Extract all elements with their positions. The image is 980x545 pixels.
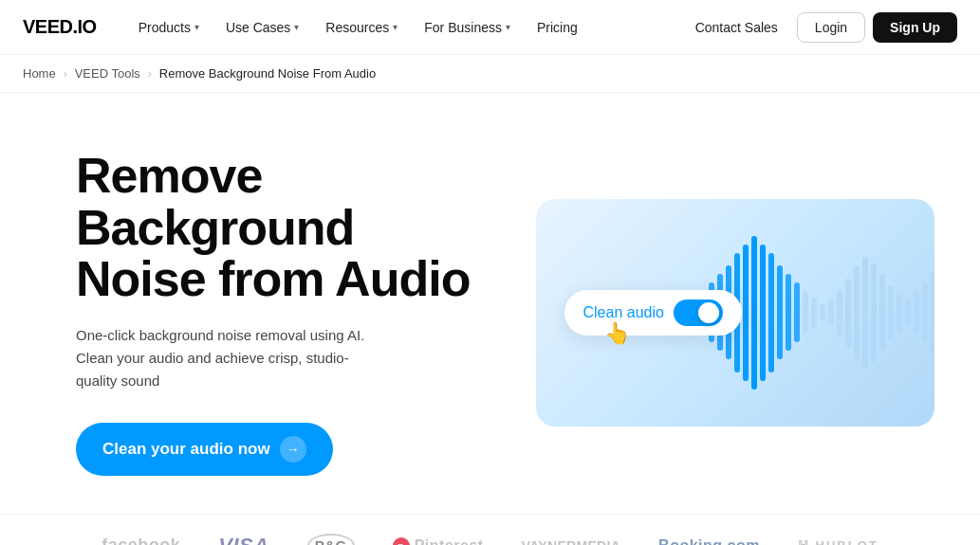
cta-button[interactable]: Clean your audio now → xyxy=(76,423,333,476)
wave-bar xyxy=(879,274,885,351)
toggle-switch[interactable] xyxy=(674,300,723,326)
chevron-down-icon: ▾ xyxy=(506,22,510,32)
wave-bar xyxy=(837,289,842,336)
wave-bar xyxy=(871,263,877,362)
nav-actions: Contact Sales Login Sign Up xyxy=(684,12,957,43)
signup-button[interactable]: Sign Up xyxy=(873,12,957,43)
wave-bar xyxy=(811,298,817,328)
chevron-down-icon: ▾ xyxy=(294,22,299,32)
brand-visa: VISA xyxy=(218,534,268,545)
brand-vayner: VAYNERMEDIA xyxy=(522,538,620,545)
brand-pg: P&G xyxy=(307,534,355,545)
chevron-down-icon: ▾ xyxy=(194,22,199,32)
wave-bar xyxy=(743,245,749,381)
nav-use-cases[interactable]: Use Cases ▾ xyxy=(214,14,310,41)
wave-bar xyxy=(828,300,834,325)
hero-description: One-click background noise removal using… xyxy=(76,324,379,392)
clean-audio-label: Clean audio xyxy=(583,304,664,321)
breadcrumb-tools[interactable]: VEED Tools xyxy=(75,66,140,81)
cursor-icon: 👆 xyxy=(604,321,630,346)
toggle-knob xyxy=(698,302,719,323)
breadcrumb-separator: › xyxy=(64,67,67,81)
breadcrumb-home[interactable]: Home xyxy=(23,66,56,81)
brand-facebook: facebook xyxy=(102,536,180,545)
wave-bar xyxy=(777,265,783,359)
nav-pricing[interactable]: Pricing xyxy=(526,14,589,41)
wave-bar xyxy=(905,300,911,325)
nav-links: Products ▾ Use Cases ▾ Resources ▾ For B… xyxy=(127,14,684,41)
wave-bar xyxy=(768,253,774,372)
wave-bar xyxy=(854,265,860,359)
breadcrumb: Home › VEED Tools › Remove Background No… xyxy=(0,55,980,93)
hero-visual: Clean audio 👆 xyxy=(512,199,957,427)
wave-bar xyxy=(931,272,934,354)
wave-bar xyxy=(862,257,868,368)
brands-section: facebook VISA P&G p Pinterest VAYNERMEDI… xyxy=(0,514,980,545)
wave-bar xyxy=(897,294,902,333)
chevron-down-icon: ▾ xyxy=(393,22,398,32)
hero-content: Remove Background Noise from Audio One-c… xyxy=(76,150,474,476)
contact-sales-link[interactable]: Contact Sales xyxy=(684,12,789,43)
logo[interactable]: VEED.IO xyxy=(23,16,97,38)
brand-pinterest: p Pinterest xyxy=(393,537,484,545)
breadcrumb-current: Remove Background Noise From Audio xyxy=(159,66,376,81)
nav-products[interactable]: Products ▾ xyxy=(127,14,211,41)
wave-bar xyxy=(888,285,894,341)
hero-section: Remove Background Noise from Audio One-c… xyxy=(0,93,980,514)
arrow-icon: → xyxy=(280,436,306,463)
nav-for-business[interactable]: For Business ▾ xyxy=(413,14,522,41)
brand-hublot: ℍ HUBLOT xyxy=(798,538,878,545)
wave-bar xyxy=(751,236,757,390)
wave-bar xyxy=(845,279,851,347)
navbar: VEED.IO Products ▾ Use Cases ▾ Resources… xyxy=(0,0,980,55)
wave-bar xyxy=(760,245,766,381)
pinterest-icon: p xyxy=(393,537,410,545)
brand-booking: Booking.com xyxy=(658,537,760,545)
wave-bar xyxy=(786,274,791,351)
wave-bar xyxy=(914,291,919,334)
wave-bar xyxy=(922,282,928,342)
cta-label: Clean your audio now xyxy=(102,440,270,459)
hero-title: Remove Background Noise from Audio xyxy=(76,150,474,305)
clean-audio-badge: Clean audio xyxy=(564,290,742,336)
login-button[interactable]: Login xyxy=(797,12,865,43)
wave-bar xyxy=(820,304,825,321)
wave-bar xyxy=(794,282,800,342)
audio-visualizer: Clean audio 👆 xyxy=(536,199,934,427)
wave-bar xyxy=(803,291,808,334)
nav-resources[interactable]: Resources ▾ xyxy=(314,14,409,41)
breadcrumb-separator: › xyxy=(148,67,152,81)
